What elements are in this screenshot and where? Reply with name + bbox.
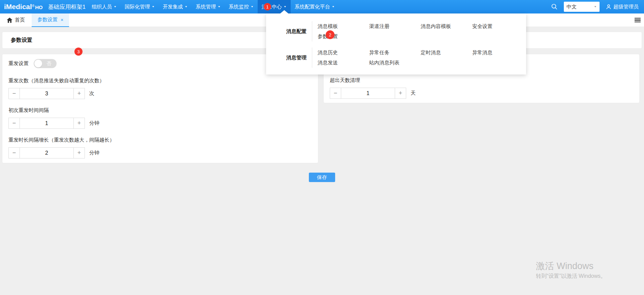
top-navbar: iMedical ® HO 基础应用框架1 组织人员 ▼ 国际化管理 ▼ 开发集…	[0, 0, 644, 13]
toggle-knob	[34, 60, 42, 67]
resend-count-stepper: − 3 +	[8, 88, 85, 99]
watermark-subtitle: 转到“设置”以激活 Windows。	[536, 273, 606, 280]
logo-text: iMedical	[4, 3, 32, 11]
interval-growth-input[interactable]: 2	[20, 148, 73, 158]
language-value: 中文	[567, 4, 577, 10]
menu-label: 系统配置化平台	[295, 4, 330, 10]
registered-mark-icon: ®	[32, 4, 34, 8]
menu-icon[interactable]	[635, 18, 641, 23]
windows-activation-watermark: 激活 Windows 转到“设置”以激活 Windows。	[536, 260, 606, 280]
annotation-badge-3: 3	[74, 48, 83, 56]
chevron-down-icon: ▼	[152, 5, 155, 8]
menu-dev-integration[interactable]: 开发集成 ▼	[159, 0, 192, 13]
logo-suffix: HO	[35, 4, 43, 10]
cleanup-days-input[interactable]: 1	[341, 88, 395, 98]
menu-organization[interactable]: 组织人员 ▼	[88, 0, 121, 13]
save-button[interactable]: 保存	[309, 173, 335, 182]
chevron-down-icon: ▼	[185, 5, 188, 8]
username: 超级管理员	[613, 4, 639, 10]
plus-button[interactable]: +	[395, 88, 406, 98]
dropdown-item-channel-register[interactable]: 渠道注册	[369, 23, 421, 30]
minus-button[interactable]: −	[9, 118, 20, 128]
dropdown-caret-icon	[280, 10, 288, 13]
app-title: 基础应用框架1	[48, 3, 86, 11]
interval-growth-stepper: − 2 +	[8, 147, 85, 158]
chevron-down-icon: ▼	[284, 5, 287, 8]
close-icon[interactable]: ×	[61, 17, 63, 23]
resend-toggle-label: 重发设置	[8, 60, 29, 67]
message-center-dropdown: 消息配置 消息模板 渠道注册 消息内容模板 安全设置 参数设置 消息管理 消息历…	[266, 13, 526, 75]
menu-label: 开发集成	[163, 4, 183, 10]
app-logo: iMedical ® HO	[4, 3, 43, 11]
plus-button[interactable]: +	[73, 148, 85, 158]
tab-label: 参数设置	[37, 17, 58, 23]
dropdown-item-message-template[interactable]: 消息模板	[318, 23, 369, 30]
dropdown-item-scheduled-message[interactable]: 定时消息	[421, 50, 472, 56]
chevron-down-icon: ▼	[251, 5, 254, 8]
unit-label: 次	[89, 90, 94, 97]
menu-config-platform[interactable]: 系统配置化平台 ▼	[291, 0, 339, 13]
menu-label: 系统管理	[196, 4, 216, 10]
page-title: 参数设置	[11, 37, 32, 44]
menu-system-monitor[interactable]: 系统监控 ▼	[225, 0, 258, 13]
interval-growth-label: 重发时长间隔增长（重发次数越大，间隔越长）	[8, 136, 318, 143]
tab-home-label: 首页	[15, 17, 25, 23]
dropdown-section-message-management: 消息管理 消息历史 异常任务 定时消息 异常消息 消息发送 站内消息列表	[266, 48, 526, 68]
user-menu[interactable]: 超级管理员	[606, 4, 639, 10]
menu-system-management[interactable]: 系统管理 ▼	[192, 0, 225, 13]
cleanup-days-stepper: − 1 +	[330, 88, 406, 99]
first-interval-label: 初次重发时间间隔	[8, 107, 318, 114]
watermark-title: 激活 Windows	[536, 260, 606, 272]
home-icon	[7, 18, 12, 23]
section-title: 消息管理	[266, 48, 312, 68]
main-menu: 组织人员 ▼ 国际化管理 ▼ 开发集成 ▼ 系统管理 ▼ 系统监控 ▼ 消息中心…	[88, 0, 339, 13]
chevron-down-icon: ▼	[332, 5, 335, 8]
dropdown-item-security-settings[interactable]: 安全设置	[472, 23, 524, 30]
dropdown-section-message-config: 消息配置 消息模板 渠道注册 消息内容模板 安全设置 参数设置	[266, 21, 526, 41]
dropdown-item-message-send[interactable]: 消息发送	[318, 60, 369, 66]
dropdown-item-site-message-list[interactable]: 站内消息列表	[369, 60, 421, 66]
unit-label: 分钟	[89, 120, 99, 126]
section-title: 消息配置	[266, 21, 312, 41]
minus-button[interactable]: −	[9, 148, 20, 158]
menu-label: 系统监控	[229, 4, 249, 10]
first-interval-stepper: − 1 +	[8, 118, 85, 129]
menu-label: 国际化管理	[125, 4, 150, 10]
minus-button[interactable]: −	[330, 88, 341, 98]
annotation-badge-1: 1	[264, 3, 271, 10]
unit-label: 分钟	[89, 150, 99, 156]
search-icon[interactable]	[551, 3, 558, 10]
cleanup-days-label: 超出天数清理	[330, 77, 639, 84]
first-interval-input[interactable]: 1	[20, 118, 73, 128]
tab-parameter-settings[interactable]: 参数设置 ×	[32, 13, 69, 27]
navbar-right: 中文 ▼ 超级管理员	[551, 2, 639, 12]
chevron-down-icon: ▼	[594, 5, 597, 8]
dropdown-item-message-history[interactable]: 消息历史	[318, 50, 369, 56]
user-icon	[606, 4, 612, 10]
plus-button[interactable]: +	[73, 118, 85, 128]
resend-toggle[interactable]: 否	[34, 59, 57, 68]
menu-internationalization[interactable]: 国际化管理 ▼	[121, 0, 159, 13]
chevron-down-icon: ▼	[218, 5, 221, 8]
resend-count-label: 重发次数（消息推送失败自动重复的次数）	[8, 77, 318, 84]
dropdown-item-parameter-settings[interactable]: 参数设置	[318, 33, 369, 40]
dropdown-item-message-content-template[interactable]: 消息内容模板	[421, 23, 472, 30]
tab-home[interactable]: 首页	[0, 13, 32, 27]
dropdown-item-abnormal-task[interactable]: 异常任务	[369, 50, 421, 56]
annotation-badge-2: 2	[326, 30, 334, 39]
toggle-state-label: 否	[46, 59, 51, 68]
unit-label: 天	[411, 90, 416, 96]
menu-label: 组织人员	[92, 4, 112, 10]
dropdown-item-abnormal-message[interactable]: 异常消息	[472, 50, 524, 56]
plus-button[interactable]: +	[73, 88, 85, 99]
language-select[interactable]: 中文 ▼	[564, 2, 600, 12]
resend-count-input[interactable]: 3	[20, 88, 73, 99]
minus-button[interactable]: −	[9, 88, 20, 99]
chevron-down-icon: ▼	[114, 5, 117, 8]
